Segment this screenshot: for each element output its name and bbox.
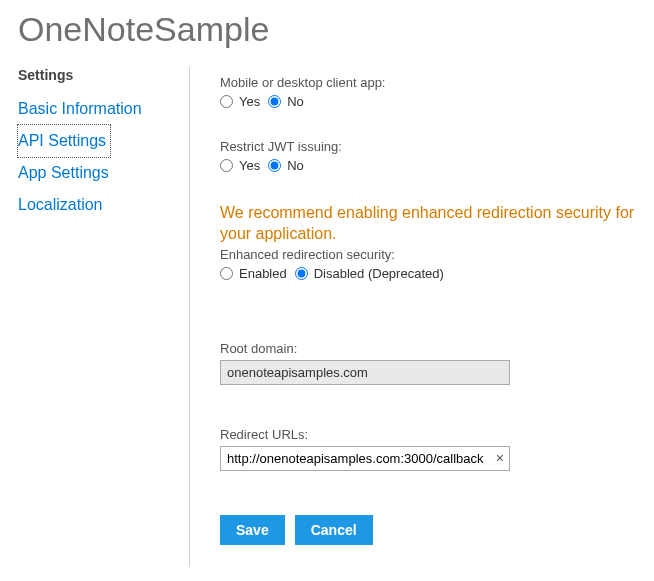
root-domain-label: Root domain: (220, 341, 638, 356)
mobile-desktop-yes-label: Yes (239, 94, 260, 109)
save-button[interactable]: Save (220, 515, 285, 545)
cancel-button[interactable]: Cancel (295, 515, 373, 545)
sidebar-item-api-settings[interactable]: API Settings (18, 125, 110, 157)
mobile-desktop-no[interactable]: No (268, 94, 304, 109)
enhanced-disabled[interactable]: Disabled (Deprecated) (295, 266, 444, 281)
settings-sidebar: Settings Basic Information API Settings … (18, 67, 190, 567)
sidebar-item-basic-information[interactable]: Basic Information (18, 93, 146, 125)
restrict-jwt-label: Restrict JWT issuing: (220, 139, 638, 154)
enhanced-enabled[interactable]: Enabled (220, 266, 287, 281)
clear-input-icon[interactable]: × (496, 451, 504, 465)
enhanced-enabled-label: Enabled (239, 266, 287, 281)
root-domain-input (220, 360, 510, 385)
mobile-desktop-label: Mobile or desktop client app: (220, 75, 638, 90)
mobile-desktop-no-radio[interactable] (268, 95, 281, 108)
main-panel: Mobile or desktop client app: Yes No Res… (190, 67, 654, 567)
mobile-desktop-no-label: No (287, 94, 304, 109)
redirect-url-input[interactable] (220, 446, 510, 471)
sidebar-item-localization[interactable]: Localization (18, 189, 107, 221)
restrict-jwt-no[interactable]: No (268, 158, 304, 173)
restrict-jwt-yes-label: Yes (239, 158, 260, 173)
enhanced-disabled-radio[interactable] (295, 267, 308, 280)
mobile-desktop-yes[interactable]: Yes (220, 94, 260, 109)
sidebar-heading: Settings (18, 67, 189, 83)
enhanced-security-label: Enhanced redirection security: (220, 247, 638, 262)
mobile-desktop-yes-radio[interactable] (220, 95, 233, 108)
sidebar-item-app-settings[interactable]: App Settings (18, 157, 113, 189)
page-title: OneNoteSample (0, 0, 654, 67)
security-recommendation: We recommend enabling enhanced redirecti… (220, 203, 638, 245)
restrict-jwt-no-label: No (287, 158, 304, 173)
enhanced-enabled-radio[interactable] (220, 267, 233, 280)
restrict-jwt-yes[interactable]: Yes (220, 158, 260, 173)
restrict-jwt-yes-radio[interactable] (220, 159, 233, 172)
restrict-jwt-no-radio[interactable] (268, 159, 281, 172)
redirect-urls-label: Redirect URLs: (220, 427, 638, 442)
enhanced-disabled-label: Disabled (Deprecated) (314, 266, 444, 281)
